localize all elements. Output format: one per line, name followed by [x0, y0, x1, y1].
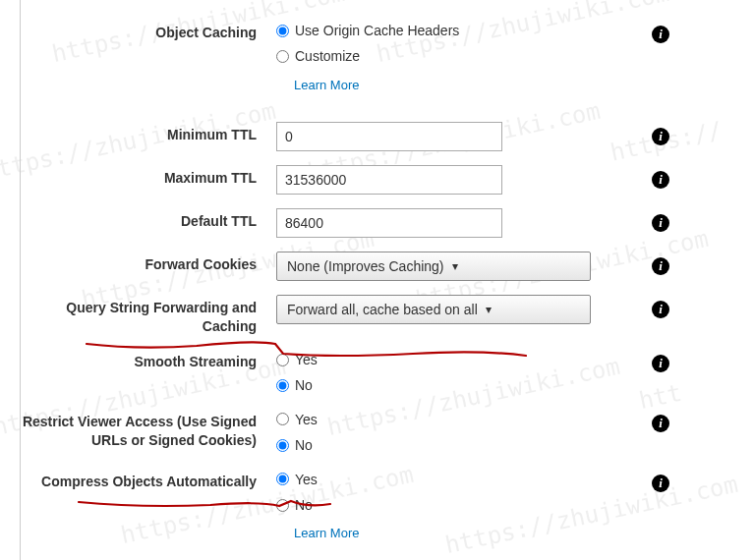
info-icon[interactable]: i: [652, 415, 669, 432]
info-icon[interactable]: i: [652, 355, 669, 372]
label-default-ttl: Default TTL: [21, 208, 276, 232]
chevron-down-icon: ▾: [486, 303, 492, 316]
radio-label-restrict-no: No: [295, 434, 313, 456]
radio-label-customize: Customize: [295, 45, 360, 67]
radio-customize[interactable]: [276, 50, 289, 63]
input-min-ttl[interactable]: [276, 122, 502, 151]
row-smooth-streaming: Smooth Streaming Yes No i: [21, 349, 754, 397]
radio-smooth-no[interactable]: [276, 379, 289, 392]
info-icon[interactable]: i: [652, 26, 669, 43]
label-query-string: Query String Forwarding and Caching: [21, 295, 276, 337]
chevron-down-icon: ▾: [452, 259, 458, 273]
select-query-string-value: Forward all, cache based on all: [287, 302, 478, 317]
row-min-ttl: Minimum TTL i: [21, 122, 754, 153]
radio-restrict-yes[interactable]: [276, 413, 289, 425]
label-restrict-viewer: Restrict Viewer Access (Use Signed URLs …: [21, 409, 276, 451]
info-icon[interactable]: i: [652, 301, 669, 318]
row-forward-cookies: Forward Cookies None (Improves Caching) …: [21, 252, 754, 283]
select-query-string[interactable]: Forward all, cache based on all ▾: [276, 295, 591, 324]
radio-smooth-yes[interactable]: [276, 354, 289, 366]
radio-use-origin-cache[interactable]: [276, 25, 289, 37]
row-restrict-viewer: Restrict Viewer Access (Use Signed URLs …: [21, 409, 754, 457]
radio-label-smooth-no: No: [295, 374, 313, 396]
info-icon[interactable]: i: [652, 214, 669, 232]
info-icon[interactable]: i: [652, 475, 669, 492]
input-max-ttl[interactable]: [276, 165, 502, 195]
label-compress: Compress Objects Automatically: [21, 469, 276, 492]
info-icon[interactable]: i: [652, 257, 669, 275]
link-learn-more-caching[interactable]: Learn More: [294, 78, 591, 92]
radio-label-smooth-yes: Yes: [295, 349, 318, 370]
radio-compress-yes[interactable]: [276, 473, 289, 485]
label-max-ttl: Maximum TTL: [21, 165, 276, 189]
row-max-ttl: Maximum TTL i: [21, 165, 754, 196]
label-min-ttl: Minimum TTL: [21, 122, 276, 145]
link-learn-more-compress[interactable]: Learn More: [294, 526, 591, 540]
input-default-ttl[interactable]: [276, 208, 502, 238]
radio-compress-no[interactable]: [276, 499, 289, 512]
radio-label-restrict-yes: Yes: [295, 409, 318, 430]
row-query-string: Query String Forwarding and Caching Forw…: [21, 295, 754, 337]
select-forward-cookies[interactable]: None (Improves Caching) ▾: [276, 252, 591, 281]
row-compress: Compress Objects Automatically Yes No Le…: [21, 469, 754, 541]
row-default-ttl: Default TTL i: [21, 208, 754, 240]
radio-label-compress-yes: Yes: [295, 469, 318, 490]
info-icon[interactable]: i: [652, 171, 669, 189]
radio-restrict-no[interactable]: [276, 439, 289, 452]
row-object-caching: Object Caching Use Origin Cache Headers …: [21, 20, 754, 92]
label-object-caching: Object Caching: [21, 20, 276, 43]
radio-label-use-origin: Use Origin Cache Headers: [295, 20, 459, 41]
select-forward-cookies-value: None (Improves Caching): [287, 258, 444, 274]
info-icon[interactable]: i: [652, 128, 669, 145]
label-smooth-streaming: Smooth Streaming: [21, 349, 276, 372]
radio-label-compress-no: No: [295, 494, 313, 516]
label-forward-cookies: Forward Cookies: [21, 252, 276, 275]
form-container: Object Caching Use Origin Cache Headers …: [20, 0, 754, 560]
